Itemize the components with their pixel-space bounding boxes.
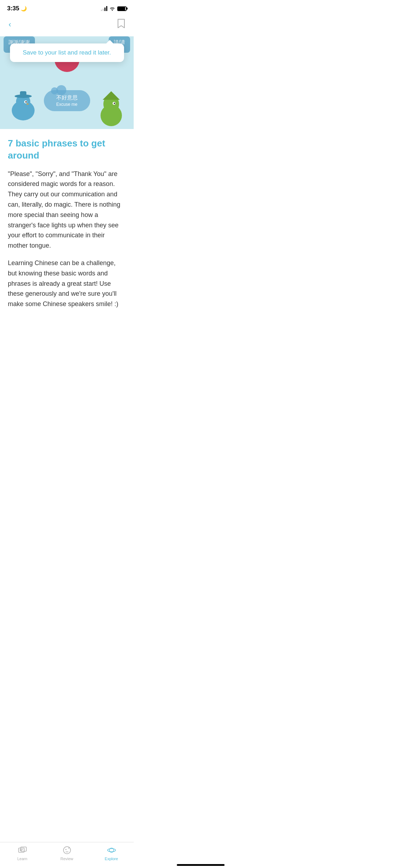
- green-character: [96, 90, 127, 125]
- article-paragraph-1: "Please", "Sorry", and "Thank You" are c…: [8, 169, 126, 251]
- status-bar: 3:35 🌙: [0, 0, 134, 14]
- article-paragraph-2: Learning Chinese can be a challenge, but…: [8, 258, 126, 309]
- moon-icon: 🌙: [21, 6, 27, 11]
- svg-point-5: [25, 101, 27, 103]
- time-display: 3:35: [7, 5, 19, 12]
- hero-image: 謝謝/谢谢 Tha... 請/请: [0, 36, 134, 129]
- cloud-text-english: Excuse me: [51, 102, 83, 107]
- save-tooltip: Save to your list and read it later.: [10, 43, 124, 62]
- status-icons: [101, 6, 127, 11]
- blue-bird-character: [7, 90, 39, 122]
- svg-rect-3: [20, 91, 26, 97]
- status-time: 3:35 🌙: [7, 5, 27, 12]
- article-title: 7 basic phrases to get around: [8, 138, 126, 162]
- battery-icon: [117, 6, 127, 11]
- signal-icon: [101, 6, 107, 11]
- article-body: "Please", "Sorry", and "Thank You" are c…: [8, 169, 126, 309]
- nav-bar: ‹: [0, 14, 134, 36]
- svg-marker-9: [103, 91, 120, 100]
- bookmark-button[interactable]: [116, 17, 127, 32]
- svg-point-11: [114, 103, 115, 104]
- article-content: 7 basic phrases to get around "Please", …: [0, 129, 134, 324]
- wifi-icon: [109, 6, 115, 11]
- cloud-text-chinese: 不好意思: [51, 94, 83, 101]
- back-button[interactable]: ‹: [7, 19, 12, 31]
- cloud-speech-bubble: 不好意思 Excuse me: [44, 90, 90, 111]
- tooltip-text: Save to your list and read it later.: [23, 49, 111, 56]
